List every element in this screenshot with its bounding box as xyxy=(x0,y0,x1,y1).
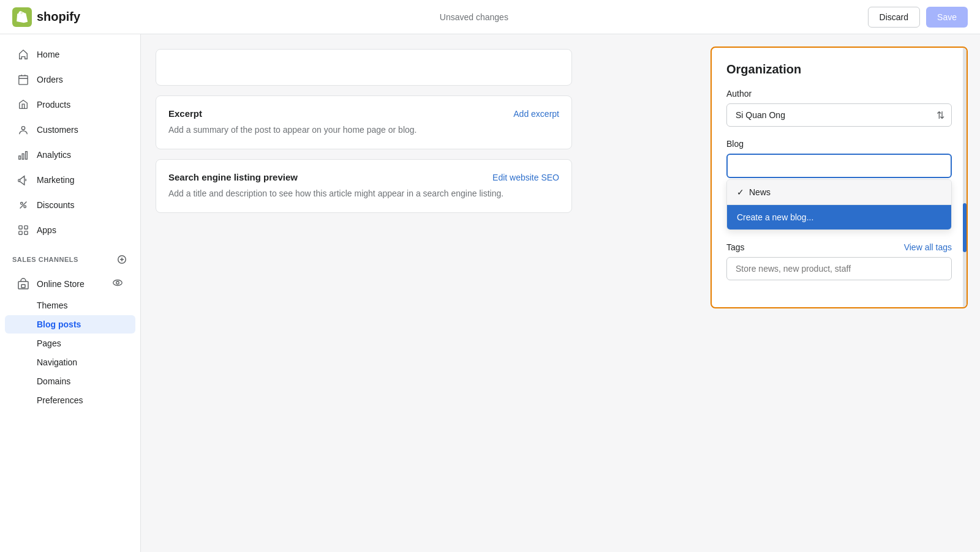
sidebar-item-analytics[interactable]: Analytics xyxy=(5,143,135,167)
sidebar-item-home[interactable]: Home xyxy=(5,42,135,67)
svg-rect-7 xyxy=(19,226,22,229)
sidebar-item-products[interactable]: Products xyxy=(5,92,135,117)
online-store-icon xyxy=(17,278,29,290)
view-all-tags-link[interactable]: View all tags xyxy=(904,242,952,252)
svg-point-1 xyxy=(21,127,24,130)
author-select-wrapper: Si Quan Ong ⇅ xyxy=(726,103,952,127)
dropdown-item-news-label: News xyxy=(749,187,771,197)
shopify-logo: shopify xyxy=(12,7,80,27)
sales-channels-label: SALES CHANNELS xyxy=(12,256,78,263)
svg-point-6 xyxy=(24,206,26,208)
sub-nav-themes[interactable]: Themes xyxy=(5,296,135,315)
sidebar-item-label-apps: Apps xyxy=(37,225,56,235)
app-layout: Home Orders Products Customers Analytics… xyxy=(0,34,980,552)
tags-input[interactable] xyxy=(726,257,952,280)
svg-point-13 xyxy=(113,280,122,286)
excerpt-header: Excerpt Add excerpt xyxy=(168,108,559,119)
sub-nav-pages[interactable]: Pages xyxy=(5,334,135,352)
checkmark-icon: ✓ xyxy=(737,187,744,197)
svg-rect-0 xyxy=(19,76,28,84)
svg-point-5 xyxy=(21,203,23,205)
sidebar-item-label-orders: Orders xyxy=(37,75,63,84)
author-select[interactable]: Si Quan Ong xyxy=(726,103,952,127)
online-store-item[interactable]: Online Store xyxy=(5,272,135,296)
sidebar-item-orders[interactable]: Orders xyxy=(5,67,135,92)
shopify-bag-icon xyxy=(12,7,32,27)
panel-scrollbar-thumb[interactable] xyxy=(963,203,967,252)
seo-card: Search engine listing preview Edit websi… xyxy=(156,159,572,213)
customers-icon xyxy=(17,124,29,136)
add-channel-button[interactable] xyxy=(116,253,128,266)
main-content: Excerpt Add excerpt Add a summary of the… xyxy=(141,34,980,552)
svg-rect-12 xyxy=(21,285,25,288)
svg-rect-4 xyxy=(26,152,28,160)
sales-channels-section: SALES CHANNELS xyxy=(0,247,140,272)
online-store-label: Online Store xyxy=(37,279,105,289)
sidebar-item-label-customers: Customers xyxy=(37,125,78,135)
top-card-placeholder xyxy=(156,49,572,86)
topbar-left: shopify xyxy=(12,7,80,27)
discard-button[interactable]: Discard xyxy=(868,7,920,28)
blog-dropdown: ✓ News Create a new blog... xyxy=(726,179,952,230)
sidebar-item-label-home: Home xyxy=(37,50,59,59)
visibility-icon xyxy=(112,277,123,291)
sidebar-item-apps[interactable]: Apps xyxy=(5,218,135,242)
blog-label: Blog xyxy=(726,139,952,149)
author-label: Author xyxy=(726,89,952,99)
edit-seo-link[interactable]: Edit website SEO xyxy=(492,173,559,182)
tags-label: Tags xyxy=(726,242,745,252)
svg-rect-3 xyxy=(22,154,24,159)
tags-section: Tags View all tags xyxy=(726,242,952,280)
sub-nav-domains[interactable]: Domains xyxy=(5,372,135,390)
svg-point-14 xyxy=(116,282,119,285)
blog-section: Blog ✓ News Create a new blog... xyxy=(726,139,952,230)
sidebar: Home Orders Products Customers Analytics… xyxy=(0,34,141,552)
create-blog-label: Create a new blog... xyxy=(737,212,813,222)
dropdown-item-news[interactable]: ✓ News xyxy=(727,180,951,204)
dropdown-item-create-blog[interactable]: Create a new blog... xyxy=(727,205,951,229)
unsaved-changes-status: Unsaved changes xyxy=(440,12,508,22)
svg-rect-9 xyxy=(19,231,22,234)
seo-description: Add a title and description to see how t… xyxy=(168,187,559,200)
sidebar-item-discounts[interactable]: Discounts xyxy=(5,193,135,217)
add-excerpt-link[interactable]: Add excerpt xyxy=(513,109,559,119)
save-button[interactable]: Save xyxy=(926,7,968,28)
panel-scrollbar xyxy=(963,48,967,307)
author-section: Author Si Quan Ong ⇅ xyxy=(726,89,952,127)
home-icon xyxy=(17,48,29,61)
topbar: shopify Unsaved changes Discard Save xyxy=(0,0,980,34)
excerpt-card: Excerpt Add excerpt Add a summary of the… xyxy=(156,95,572,149)
svg-rect-10 xyxy=(24,231,28,234)
discounts-icon xyxy=(17,199,29,211)
tags-header: Tags View all tags xyxy=(726,242,952,252)
seo-header: Search engine listing preview Edit websi… xyxy=(168,172,559,182)
sidebar-item-label-products: Products xyxy=(37,100,70,110)
sidebar-item-marketing[interactable]: Marketing xyxy=(5,168,135,192)
orders-icon xyxy=(17,73,29,86)
sub-nav-preferences[interactable]: Preferences xyxy=(5,391,135,409)
sub-nav-navigation[interactable]: Navigation xyxy=(5,353,135,371)
shopify-brand-name: shopify xyxy=(37,10,80,24)
excerpt-description: Add a summary of the post to appear on y… xyxy=(168,124,559,136)
sub-nav-blog-posts[interactable]: Blog posts xyxy=(5,315,135,334)
marketing-icon xyxy=(17,174,29,186)
topbar-actions: Discard Save xyxy=(868,7,968,28)
sidebar-item-customers[interactable]: Customers xyxy=(5,117,135,142)
sidebar-item-label-analytics: Analytics xyxy=(37,150,71,160)
products-icon xyxy=(17,99,29,111)
apps-icon xyxy=(17,224,29,236)
excerpt-title: Excerpt xyxy=(168,108,202,119)
organization-panel: Organization Author Si Quan Ong ⇅ Blog ✓… xyxy=(710,47,968,308)
sidebar-item-label-discounts: Discounts xyxy=(37,200,74,210)
svg-rect-2 xyxy=(19,156,21,159)
blog-input[interactable] xyxy=(726,154,952,178)
sidebar-item-label-marketing: Marketing xyxy=(37,175,74,185)
svg-rect-8 xyxy=(24,226,28,229)
seo-title: Search engine listing preview xyxy=(168,172,298,182)
analytics-icon xyxy=(17,149,29,161)
organization-title: Organization xyxy=(726,62,952,76)
